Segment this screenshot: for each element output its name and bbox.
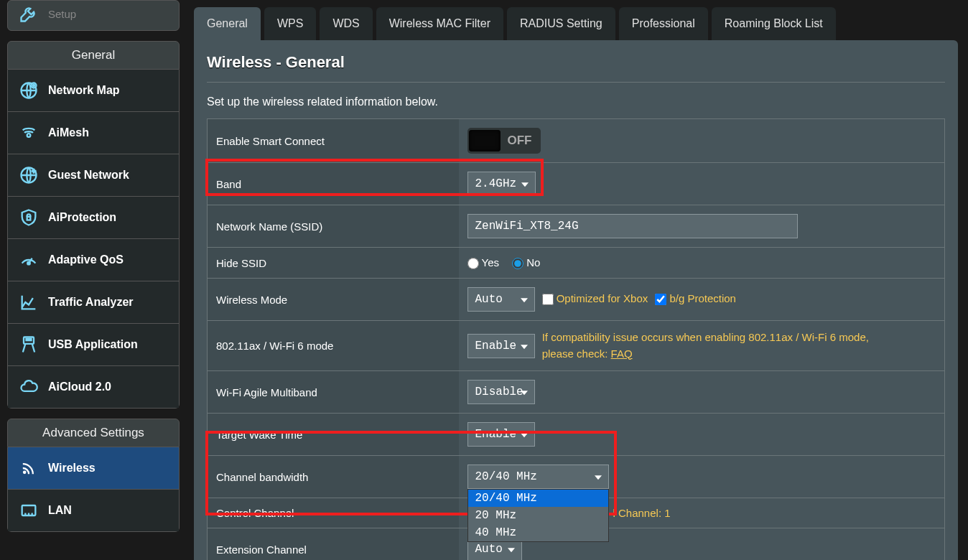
wrench-icon (18, 3, 39, 24)
sidebar-section-general-header: General (7, 41, 180, 70)
sidebar-item-setup[interactable]: Setup (7, 0, 180, 31)
ax-hint-text: If compatibility issue occurs when enabl… (542, 331, 869, 360)
sidebar-item-label: AiProtection (48, 211, 116, 224)
sidebar-item-usb-application[interactable]: USB Application (8, 323, 179, 365)
tab-general[interactable]: General (194, 7, 261, 40)
cloud-icon (18, 376, 39, 398)
label-target-wake-time: Target Wake Time (208, 414, 459, 456)
checkbox-bg-protection[interactable] (655, 294, 666, 305)
tab-wps[interactable]: WPS (264, 7, 316, 40)
sidebar-item-label: Network Map (48, 84, 120, 97)
faq-link[interactable]: FAQ (611, 347, 633, 360)
sidebar-item-aiprotection[interactable]: AiProtection (8, 196, 179, 238)
sidebar-item-label: LAN (48, 504, 72, 517)
sidebar-item-label: Setup (48, 8, 76, 20)
toggle-smart-connect[interactable]: OFF (467, 128, 541, 154)
radio-hide-no[interactable] (512, 258, 523, 269)
label-ax-mode: 802.11ax / Wi-Fi 6 mode (208, 321, 459, 371)
shield-icon (18, 207, 39, 228)
label-hide-ssid: Hide SSID (208, 248, 459, 279)
sidebar-item-traffic-analyzer[interactable]: Traffic Analyzer (8, 281, 179, 323)
page-instruction: Set up the wireless related information … (207, 95, 945, 108)
select-wireless-mode[interactable]: Auto (467, 287, 535, 312)
label-band: Band (208, 163, 459, 205)
chart-icon (18, 291, 39, 313)
svg-point-6 (27, 262, 30, 265)
select-agile[interactable]: Disable (467, 380, 535, 404)
sidebar-item-guest-network[interactable]: Guest Network (8, 154, 179, 196)
page-title: Wireless - General (207, 53, 945, 83)
svg-rect-8 (27, 339, 28, 340)
select-channel-bandwidth[interactable]: 20/40 MHz (467, 465, 609, 489)
ethernet-icon (18, 500, 39, 521)
tab-roaming-block[interactable]: Roaming Block List (712, 7, 836, 40)
label-ssid: Network Name (SSID) (208, 205, 459, 248)
wifi-icon (18, 457, 39, 479)
sidebar-item-aimesh[interactable]: AiMesh (8, 111, 179, 154)
sidebar-item-wireless[interactable]: Wireless (8, 447, 179, 489)
label-agile-multiband: Wi-Fi Agile Multiband (208, 371, 459, 414)
select-band[interactable]: 2.4GHz (467, 172, 536, 196)
sidebar-item-aicloud[interactable]: AiCloud 2.0 (8, 365, 179, 408)
globe-icon (18, 80, 39, 101)
input-ssid[interactable] (467, 214, 798, 238)
svg-point-2 (33, 85, 34, 86)
sidebar-item-lan[interactable]: LAN (8, 489, 179, 531)
label-channel-bandwidth: Channel bandwidth (208, 456, 459, 498)
option-bandwidth-40[interactable]: 40 MHz (468, 524, 608, 541)
sidebar-item-label: Wireless (48, 462, 96, 475)
globe-plus-icon (18, 164, 39, 186)
label-smart-connect: Enable Smart Connect (208, 119, 459, 163)
sidebar-section-advanced-header: Advanced Settings (7, 419, 180, 447)
label-wireless-mode: Wireless Mode (208, 279, 459, 321)
usb-icon (18, 334, 39, 355)
sidebar-item-adaptive-qos[interactable]: Adaptive QoS (8, 238, 179, 281)
svg-point-10 (23, 471, 27, 475)
control-channel-hint: l Channel: 1 (613, 507, 671, 519)
toggle-knob (469, 130, 501, 151)
mesh-icon (18, 122, 39, 144)
select-twt[interactable]: Enable (467, 422, 535, 447)
tab-wds[interactable]: WDS (320, 7, 372, 40)
sidebar-item-label: AiCloud 2.0 (48, 381, 111, 393)
option-bandwidth-2040[interactable]: 20/40 MHz (468, 490, 608, 507)
svg-rect-5 (27, 217, 31, 220)
sidebar-item-label: Traffic Analyzer (48, 296, 134, 309)
label-control-channel: Control Channel (208, 498, 459, 528)
tab-professional[interactable]: Professional (619, 7, 708, 40)
gauge-icon (18, 249, 39, 271)
sidebar-item-label: Guest Network (48, 169, 129, 182)
toggle-state-label: OFF (501, 134, 539, 148)
svg-point-3 (27, 134, 31, 137)
radio-hide-yes[interactable] (467, 258, 479, 269)
sidebar-item-label: AiMesh (48, 126, 89, 139)
option-bandwidth-20[interactable]: 20 MHz (468, 507, 608, 524)
sidebar-item-label: Adaptive QoS (48, 253, 124, 266)
tab-radius[interactable]: RADIUS Setting (507, 7, 615, 40)
svg-rect-9 (29, 339, 31, 340)
label-extension-channel: Extension Channel (208, 528, 459, 560)
tab-mac-filter[interactable]: Wireless MAC Filter (376, 7, 503, 40)
sidebar-item-label: USB Application (48, 338, 138, 351)
select-ax-mode[interactable]: Enable (467, 334, 535, 358)
checkbox-xbox[interactable] (542, 294, 554, 305)
dropdown-bandwidth-options: 20/40 MHz 20 MHz 40 MHz (467, 489, 609, 542)
sidebar-item-network-map[interactable]: Network Map (8, 70, 179, 111)
